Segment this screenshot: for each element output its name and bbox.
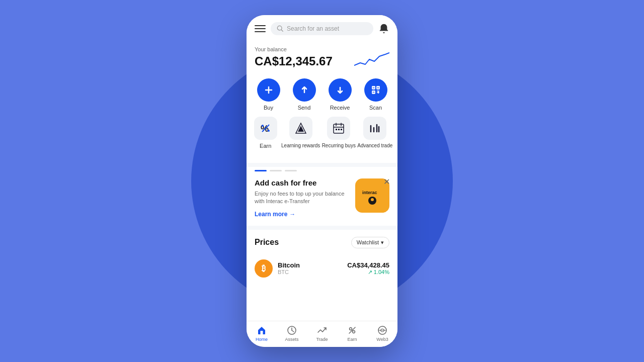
bitcoin-icon: ₿ (255, 259, 273, 278)
home-icon (257, 325, 267, 335)
scan-button[interactable]: Scan (362, 78, 390, 111)
bitcoin-price: CA$34,428.45 ↗ 1.04% (347, 261, 389, 276)
earn-button[interactable]: % Earn (252, 117, 280, 149)
svg-rect-36 (261, 331, 263, 334)
svg-rect-25 (336, 129, 337, 130)
nav-earn-label: Earn (347, 337, 357, 342)
buy-icon (257, 78, 280, 102)
learning-rewards-label: Learning rewards (281, 143, 320, 148)
search-placeholder: Search for an asset (287, 25, 339, 32)
notification-icon[interactable] (378, 23, 389, 34)
earn-icon: % (254, 117, 277, 140)
nav-web3-label: Web3 (376, 337, 388, 342)
advanced-trade-icon (363, 117, 386, 140)
nav-trade-label: Trade (316, 337, 328, 342)
svg-rect-26 (338, 129, 340, 130)
svg-line-1 (281, 30, 283, 31)
learning-rewards-icon (289, 117, 312, 140)
svg-rect-9 (373, 87, 374, 88)
chevron-down-icon: ▾ (381, 239, 384, 246)
svg-point-17 (268, 130, 270, 132)
header: Search for an asset (247, 15, 397, 40)
actions-section: Buy Send Receive (247, 78, 397, 163)
svg-point-41 (353, 331, 355, 333)
buy-label: Buy (264, 105, 273, 111)
promo-close-button[interactable]: ✕ (381, 176, 391, 187)
bitcoin-price-change: ↗ 1.04% (347, 269, 389, 276)
scan-icon (364, 78, 387, 102)
bitcoin-row[interactable]: ₿ Bitcoin BTC CA$34,428.45 ↗ 1.04% (255, 255, 389, 282)
send-button[interactable]: Send (290, 78, 318, 111)
recurring-buys-label: Recurring buys (322, 143, 356, 148)
svg-point-35 (371, 198, 374, 201)
receive-label: Receive (330, 105, 350, 111)
promo-text: Add cash for free Enjoy no fees to top u… (255, 178, 355, 218)
balance-section: Your balance CA$12,345.67 (247, 40, 397, 78)
bitcoin-info: Bitcoin BTC (278, 261, 342, 275)
nav-home-label: Home (256, 337, 268, 342)
nav-earn[interactable]: Earn (340, 325, 365, 342)
assets-icon (287, 325, 297, 335)
web3-icon (377, 325, 387, 335)
earn-label: Earn (260, 143, 271, 149)
nav-assets-label: Assets (285, 337, 298, 342)
send-label: Send (298, 105, 311, 111)
svg-line-39 (292, 330, 294, 332)
advanced-trade-label: Advanced trade (357, 143, 392, 148)
recurring-buys-button[interactable]: Recurring buys (322, 117, 356, 149)
prices-header: Prices Watchlist ▾ (255, 237, 389, 248)
nav-assets[interactable]: Assets (279, 325, 304, 342)
promo-learn-more[interactable]: Learn more → (255, 211, 350, 218)
svg-rect-10 (377, 87, 378, 88)
nav-home[interactable]: Home (249, 325, 274, 342)
watchlist-button[interactable]: Watchlist ▾ (351, 237, 389, 248)
search-bar[interactable]: Search for an asset (271, 22, 373, 35)
svg-point-40 (350, 328, 352, 330)
phone-frame: Search for an asset Your balance CA$12,3… (247, 15, 397, 347)
recurring-buys-icon (327, 117, 350, 140)
trade-icon (317, 325, 327, 335)
bottom-nav: Home Assets Trade Earn (247, 321, 397, 347)
balance-chart (354, 50, 389, 70)
prices-section: Prices Watchlist ▾ ₿ Bitcoin BTC CA$34,4… (247, 230, 397, 321)
svg-rect-11 (373, 92, 374, 93)
send-icon (293, 78, 316, 102)
advanced-trade-button[interactable]: Advanced trade (357, 117, 392, 149)
svg-point-16 (262, 125, 264, 127)
earn-nav-icon (347, 325, 357, 335)
receive-button[interactable]: Receive (326, 78, 354, 111)
promo-card: ✕ Add cash for free Enjoy no fees to top… (247, 171, 397, 226)
promo-content: Add cash for free Enjoy no fees to top u… (255, 178, 389, 218)
svg-text:interac: interac (362, 190, 377, 195)
search-icon (277, 25, 284, 32)
section-gap (247, 163, 397, 167)
promo-description: Enjoy no fees to top up your balance wit… (255, 190, 350, 206)
section-gap-2 (247, 226, 397, 230)
balance-amount: CA$12,345.67 (255, 54, 333, 68)
svg-rect-27 (341, 129, 342, 130)
bitcoin-name: Bitcoin (278, 261, 342, 269)
prices-title: Prices (255, 238, 279, 247)
buy-button[interactable]: Buy (255, 78, 283, 111)
balance-label: Your balance (255, 46, 333, 52)
learning-rewards-button[interactable]: Learning rewards (281, 117, 320, 149)
carousel-dots (247, 167, 397, 171)
actions-row-1: Buy Send Receive (251, 78, 393, 111)
nav-web3[interactable]: Web3 (370, 325, 395, 342)
receive-icon (329, 78, 352, 102)
bitcoin-price-amount: CA$34,428.45 (347, 261, 389, 269)
bitcoin-symbol: BTC (278, 269, 342, 275)
menu-button[interactable] (255, 23, 266, 34)
scan-label: Scan (369, 105, 382, 111)
actions-row-2: % Earn Learning rewards (251, 117, 393, 149)
nav-trade[interactable]: Trade (309, 325, 335, 342)
promo-title: Add cash for free (255, 178, 350, 187)
